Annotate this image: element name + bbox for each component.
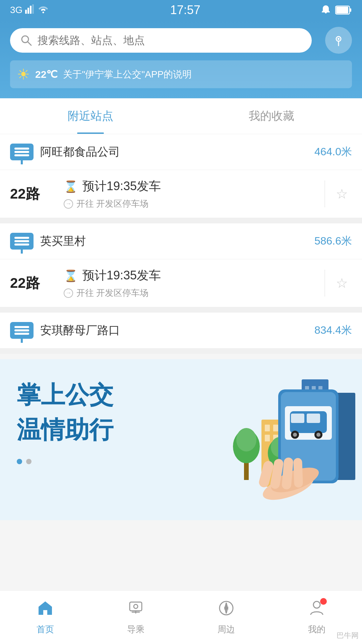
banner-title-1: 掌上公交 — [17, 379, 345, 411]
nav-guide[interactable]: 导乘 — [90, 599, 181, 635]
banner-section: 掌上公交 温情助行 — [0, 359, 362, 520]
nav-mine-badge — [308, 599, 325, 621]
tab-favorites[interactable]: 我的收藏 — [181, 98, 362, 134]
route-direction-2: 开往 开发区停车场 — [76, 287, 148, 299]
guide-icon — [127, 599, 144, 621]
svg-rect-0 — [25, 10, 27, 14]
tab-nearby[interactable]: 附近站点 — [0, 98, 181, 134]
banner-content: 掌上公交 温情助行 — [0, 359, 362, 484]
svg-rect-50 — [130, 602, 142, 611]
station-section-1: 阿旺都食品公司 464.0米 22路 ⌛ 预计19:35发车 → 开往 开发区停… — [0, 134, 362, 218]
banner-dot-1[interactable] — [17, 459, 22, 464]
route-separator-2 — [324, 270, 325, 297]
station-header-3[interactable]: 安琪酵母厂路口 834.4米 — [0, 313, 362, 348]
route-direction-1: 开往 开发区停车场 — [76, 198, 148, 210]
nav-nearby[interactable]: 周边 — [181, 599, 272, 635]
station-section-3: 安琪酵母厂路口 834.4米 — [0, 313, 362, 348]
route-info-2: ⌛ 预计19:35发车 → 开往 开发区停车场 — [64, 267, 318, 299]
banner-title-2: 温情助行 — [17, 414, 345, 446]
svg-rect-1 — [27, 8, 29, 14]
station-name-3: 安琪酵母厂路口 — [40, 323, 314, 338]
status-bar: 3G 17:57 — [0, 0, 362, 20]
tab-bar: 附近站点 我的收藏 — [0, 98, 362, 134]
hourglass-icon-2: ⌛ — [64, 269, 78, 282]
svg-point-51 — [134, 604, 138, 608]
route-time-1: 预计19:35发车 — [82, 178, 161, 195]
banner-dots — [17, 459, 345, 464]
nav-mine-label: 我的 — [308, 624, 325, 635]
direction-arrow-2: → — [64, 288, 73, 298]
section-separator-1 — [0, 218, 362, 223]
status-time: 17:57 — [170, 3, 200, 17]
home-icon — [37, 599, 54, 621]
header: ☀ 22℃ 关于"伊宁掌上公交"APP的说明 — [0, 20, 362, 98]
section-separator-2 — [0, 307, 362, 313]
station-distance-2: 586.6米 — [314, 234, 352, 249]
station-icon-1 — [10, 144, 34, 160]
direction-arrow-1: → — [64, 199, 73, 209]
station-icon-3 — [10, 322, 34, 339]
notification-badge — [320, 598, 327, 605]
search-bar[interactable] — [10, 28, 312, 53]
svg-rect-6 — [350, 8, 351, 12]
compass-icon — [218, 599, 235, 621]
station-header-1[interactable]: 阿旺都食品公司 464.0米 — [0, 134, 362, 170]
temperature: 22℃ — [35, 68, 58, 80]
svg-point-57 — [225, 607, 227, 609]
route-time-2: 预计19:35发车 — [82, 267, 161, 284]
nav-nearby-label: 周边 — [218, 624, 235, 635]
station-name-1: 阿旺都食品公司 — [40, 144, 314, 160]
weather-icon: ☀ — [17, 66, 30, 83]
watermark: 巴牛网 — [337, 631, 359, 641]
route-separator-1 — [324, 180, 325, 207]
svg-point-58 — [313, 601, 320, 608]
route-row-2[interactable]: 22路 ⌛ 预计19:35发车 → 开往 开发区停车场 ☆ — [0, 259, 362, 307]
nav-home-label: 首页 — [37, 624, 54, 635]
hourglass-icon-1: ⌛ — [64, 180, 78, 193]
svg-rect-3 — [32, 4, 34, 14]
route-number-2: 22路 — [10, 274, 64, 292]
notice-text: 关于"伊宁掌上公交"APP的说明 — [63, 68, 345, 81]
nav-spacer — [0, 520, 362, 574]
station-section-2: 英买里村 586.6米 22路 ⌛ 预计19:35发车 → 开往 开发区停车场 … — [0, 223, 362, 307]
location-button[interactable] — [325, 27, 352, 54]
svg-point-11 — [338, 38, 340, 40]
svg-rect-2 — [30, 6, 32, 14]
svg-rect-7 — [336, 7, 348, 13]
star-button-1[interactable]: ☆ — [332, 184, 352, 204]
search-input[interactable] — [38, 34, 302, 47]
section-separator-3 — [0, 348, 362, 354]
station-distance-1: 464.0米 — [314, 145, 352, 159]
svg-point-4 — [43, 11, 44, 13]
station-icon-2 — [10, 233, 34, 250]
route-info-1: ⌛ 预计19:35发车 → 开往 开发区停车场 — [64, 178, 318, 210]
status-signal: 3G — [10, 4, 49, 16]
nav-home[interactable]: 首页 — [0, 599, 90, 635]
nav-mine[interactable]: 我的 — [272, 599, 362, 635]
nav-guide-label: 导乘 — [127, 624, 144, 635]
svg-line-9 — [28, 42, 31, 45]
station-header-2[interactable]: 英买里村 586.6米 — [0, 223, 362, 259]
station-distance-3: 834.4米 — [314, 323, 352, 338]
star-button-2[interactable]: ☆ — [332, 273, 352, 293]
search-icon — [20, 34, 32, 46]
station-name-2: 英买里村 — [40, 233, 314, 249]
notice-bar: ☀ 22℃ 关于"伊宁掌上公交"APP的说明 — [10, 60, 352, 88]
banner-dot-2[interactable] — [26, 459, 32, 464]
bottom-nav: 首页 导乘 周边 — [0, 590, 362, 644]
status-icons — [321, 5, 352, 15]
route-number-1: 22路 — [10, 184, 64, 203]
route-row-1[interactable]: 22路 ⌛ 预计19:35发车 → 开往 开发区停车场 ☆ — [0, 170, 362, 218]
